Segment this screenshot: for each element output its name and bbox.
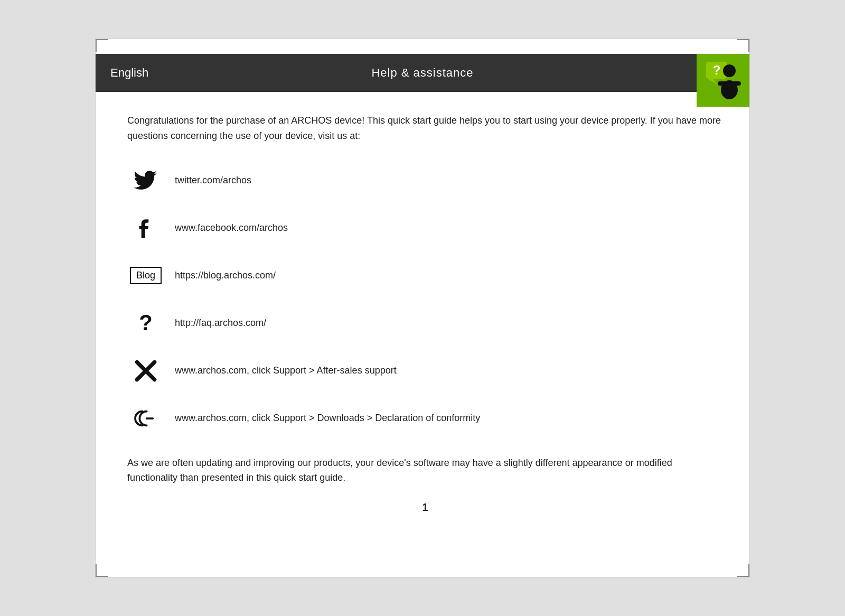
list-item: Blog https://blog.archos.com/ <box>127 260 723 292</box>
support-url: www.archos.com, click Support > After-sa… <box>175 365 397 376</box>
footer-paragraph: As we are often updating and improving o… <box>127 455 723 486</box>
corner-mark-tr <box>737 39 749 52</box>
ce-url: www.archos.com, click Support > Download… <box>175 413 480 424</box>
svg-text:?: ? <box>713 63 721 77</box>
faq-url: http://faq.archos.com/ <box>175 318 266 329</box>
page-number: 1 <box>127 501 723 514</box>
link-list: twitter.com/archos www.facebook.com/arch… <box>127 165 723 434</box>
page-title: Help & assistance <box>371 66 473 80</box>
twitter-icon <box>127 167 164 194</box>
blog-label: Blog <box>130 267 162 284</box>
help-icon-container: ? <box>697 54 749 107</box>
blog-url: https://blog.archos.com/ <box>175 270 276 281</box>
svg-point-3 <box>723 64 736 77</box>
facebook-icon <box>127 215 164 241</box>
svg-marker-2 <box>707 79 718 85</box>
faq-icon: ? <box>127 310 164 337</box>
svg-text:?: ? <box>139 310 152 335</box>
svg-rect-5 <box>718 81 741 86</box>
page: English Help & assistance ? Congratulati… <box>95 39 750 577</box>
corner-mark-br <box>737 564 749 577</box>
ce-icon <box>127 405 164 432</box>
corner-mark-tl <box>96 39 108 52</box>
language-label: English <box>110 66 195 80</box>
facebook-url: www.facebook.com/archos <box>175 222 288 234</box>
intro-paragraph: Congratulations for the purchase of an A… <box>127 113 723 144</box>
list-item: www.facebook.com/archos <box>127 212 723 244</box>
main-content: Congratulations for the purchase of an A… <box>96 92 749 535</box>
list-item: www.archos.com, click Support > After-sa… <box>127 355 723 387</box>
header-bar: English Help & assistance ? <box>96 54 749 92</box>
corner-mark-bl <box>96 564 108 577</box>
list-item: ? http://faq.archos.com/ <box>127 307 723 339</box>
list-item: www.archos.com, click Support > Download… <box>127 403 723 434</box>
blog-icon: Blog <box>127 267 164 284</box>
twitter-url: twitter.com/archos <box>175 175 251 186</box>
support-icon <box>127 358 164 384</box>
list-item: twitter.com/archos <box>127 165 723 197</box>
help-person-icon: ? <box>702 59 744 101</box>
